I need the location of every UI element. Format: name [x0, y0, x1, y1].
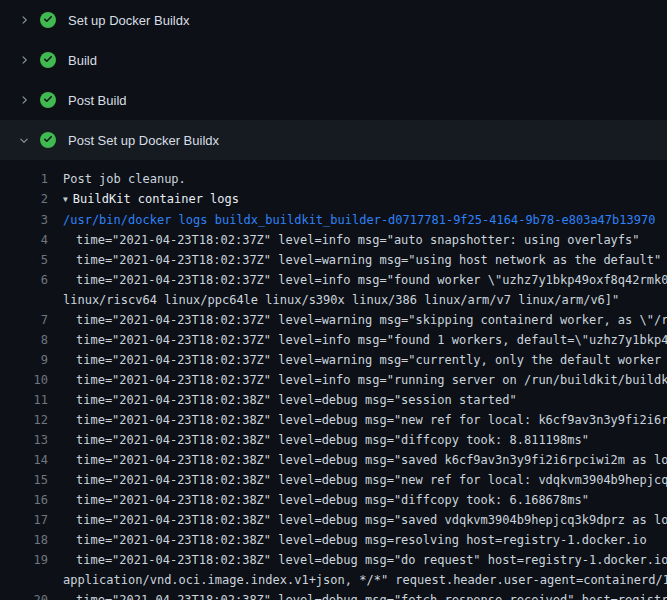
- log-text: time="2021-04-23T18:02:38Z" level=debug …: [48, 550, 667, 570]
- log-text: application/vnd.oci.image.index.v1+json,…: [48, 570, 667, 590]
- check-circle-icon: [40, 132, 56, 148]
- log-line[interactable]: 9 time="2021-04-23T18:02:37Z" level=warn…: [0, 350, 667, 370]
- line-number[interactable]: 2: [0, 189, 48, 210]
- log-line[interactable]: 3 /usr/bin/docker logs buildx_buildkit_b…: [0, 210, 667, 230]
- check-circle-icon: [40, 52, 56, 68]
- log-line[interactable]: 16 time="2021-04-23T18:02:38Z" level=deb…: [0, 490, 667, 510]
- log-text: time="2021-04-23T18:02:38Z" level=debug …: [48, 490, 589, 510]
- log-text: time="2021-04-23T18:02:38Z" level=debug …: [48, 430, 589, 450]
- log-line[interactable]: 8 time="2021-04-23T18:02:37Z" level=info…: [0, 330, 667, 350]
- group-toggle-icon[interactable]: ▼: [63, 195, 68, 204]
- log-text: time="2021-04-23T18:02:37Z" level=info m…: [48, 370, 667, 390]
- line-number[interactable]: 7: [0, 310, 48, 330]
- line-number[interactable]: 3: [0, 210, 48, 230]
- line-number[interactable]: 9: [0, 350, 48, 370]
- log-line[interactable]: 7 time="2021-04-23T18:02:37Z" level=warn…: [0, 310, 667, 330]
- check-circle-icon: [40, 12, 56, 28]
- log-text: time="2021-04-23T18:02:37Z" level=warnin…: [48, 350, 667, 370]
- log-line[interactable]: 18 time="2021-04-23T18:02:38Z" level=deb…: [0, 530, 667, 550]
- log-text: time="2021-04-23T18:02:38Z" level=debug …: [48, 530, 647, 550]
- line-number[interactable]: [0, 290, 48, 310]
- line-number[interactable]: 5: [0, 250, 48, 270]
- log-line[interactable]: 4 time="2021-04-23T18:02:37Z" level=info…: [0, 230, 667, 250]
- log-line[interactable]: 20 time="2021-04-23T18:02:38Z" level=deb…: [0, 590, 667, 600]
- step-section-header-4[interactable]: Post Set up Docker Buildx: [0, 120, 667, 160]
- log-area: 1 Post job cleanup. 2 ▼BuildKit containe…: [0, 160, 667, 600]
- chevron-icon[interactable]: [16, 12, 32, 28]
- log-text: time="2021-04-23T18:02:38Z" level=debug …: [48, 590, 667, 600]
- line-number[interactable]: 14: [0, 450, 48, 470]
- log-text: /usr/bin/docker logs buildx_buildkit_bui…: [48, 210, 655, 230]
- step-section-header-2[interactable]: Build: [0, 40, 667, 80]
- log-line[interactable]: 19 time="2021-04-23T18:02:38Z" level=deb…: [0, 550, 667, 570]
- log-line[interactable]: 14 time="2021-04-23T18:02:38Z" level=deb…: [0, 450, 667, 470]
- line-number[interactable]: 6: [0, 270, 48, 290]
- line-number[interactable]: [0, 570, 48, 590]
- check-circle-icon: [40, 92, 56, 108]
- log-text: time="2021-04-23T18:02:38Z" level=debug …: [48, 390, 517, 410]
- line-number[interactable]: 12: [0, 410, 48, 430]
- log-text: ▼BuildKit container logs: [48, 189, 239, 210]
- line-number[interactable]: 13: [0, 430, 48, 450]
- log-text: time="2021-04-23T18:02:37Z" level=warnin…: [48, 250, 661, 270]
- line-number[interactable]: 20: [0, 590, 48, 600]
- log-line[interactable]: 15 time="2021-04-23T18:02:38Z" level=deb…: [0, 470, 667, 490]
- log-text: linux/riscv64 linux/ppc64le linux/s390x …: [48, 290, 619, 310]
- log-line[interactable]: 1 Post job cleanup.: [0, 169, 667, 189]
- log-text: time="2021-04-23T18:02:37Z" level=info m…: [48, 270, 667, 290]
- log-line[interactable]: 12 time="2021-04-23T18:02:38Z" level=deb…: [0, 410, 667, 430]
- log-line[interactable]: linux/riscv64 linux/ppc64le linux/s390x …: [0, 290, 667, 310]
- log-text: time="2021-04-23T18:02:37Z" level=info m…: [48, 330, 667, 350]
- log-line[interactable]: 13 time="2021-04-23T18:02:38Z" level=deb…: [0, 430, 667, 450]
- chevron-icon[interactable]: [16, 132, 32, 148]
- line-number[interactable]: 4: [0, 230, 48, 250]
- actions-log-viewer: Set up Docker Buildx Build P: [0, 0, 667, 600]
- line-number[interactable]: 1: [0, 169, 48, 189]
- line-number[interactable]: 10: [0, 370, 48, 390]
- log-text: time="2021-04-23T18:02:38Z" level=debug …: [48, 470, 667, 490]
- log-text: Post job cleanup.: [48, 169, 186, 189]
- log-text: time="2021-04-23T18:02:38Z" level=debug …: [48, 410, 667, 430]
- log-text: time="2021-04-23T18:02:37Z" level=warnin…: [48, 310, 667, 330]
- chevron-icon[interactable]: [16, 92, 32, 108]
- steps-list: Set up Docker Buildx Build P: [0, 0, 667, 160]
- log-text: time="2021-04-23T18:02:38Z" level=debug …: [48, 510, 667, 530]
- log-line[interactable]: application/vnd.oci.image.index.v1+json,…: [0, 570, 667, 590]
- chevron-icon[interactable]: [16, 52, 32, 68]
- log-line[interactable]: 17 time="2021-04-23T18:02:38Z" level=deb…: [0, 510, 667, 530]
- step-section-label: Post Set up Docker Buildx: [68, 133, 219, 148]
- log-line[interactable]: 2 ▼BuildKit container logs: [0, 189, 667, 210]
- line-number[interactable]: 16: [0, 490, 48, 510]
- line-number[interactable]: 11: [0, 390, 48, 410]
- log-line[interactable]: 11 time="2021-04-23T18:02:38Z" level=deb…: [0, 390, 667, 410]
- line-number[interactable]: 19: [0, 550, 48, 570]
- step-section-header-3[interactable]: Post Build: [0, 80, 667, 120]
- log-line[interactable]: 6 time="2021-04-23T18:02:37Z" level=info…: [0, 270, 667, 290]
- step-section-label: Post Build: [68, 93, 127, 108]
- line-number[interactable]: 15: [0, 470, 48, 490]
- line-number[interactable]: 8: [0, 330, 48, 350]
- log-line[interactable]: 10 time="2021-04-23T18:02:37Z" level=inf…: [0, 370, 667, 390]
- step-section-label: Build: [68, 53, 97, 68]
- log-line[interactable]: 5 time="2021-04-23T18:02:37Z" level=warn…: [0, 250, 667, 270]
- line-number[interactable]: 18: [0, 530, 48, 550]
- step-section-label: Set up Docker Buildx: [68, 13, 189, 28]
- step-section-header-1[interactable]: Set up Docker Buildx: [0, 0, 667, 40]
- log-text: time="2021-04-23T18:02:38Z" level=debug …: [48, 450, 667, 470]
- line-number[interactable]: 17: [0, 510, 48, 530]
- log-text: time="2021-04-23T18:02:37Z" level=info m…: [48, 230, 640, 250]
